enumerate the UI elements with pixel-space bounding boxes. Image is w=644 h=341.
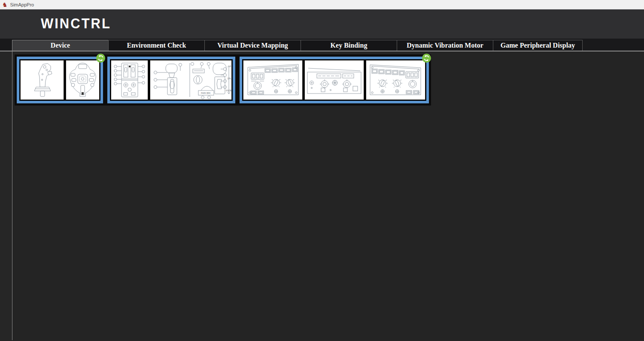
joystick-side-illustration xyxy=(21,60,64,100)
comm-panel-rear-illustration xyxy=(305,60,364,100)
device-card-radio-panels[interactable] xyxy=(240,57,429,103)
dim-dpl-label: DPL xyxy=(228,78,231,80)
park-brake-label: PARK BRK xyxy=(201,92,210,94)
thumb-comm-panel-front-alt xyxy=(366,60,425,100)
sync-status-icon[interactable] xyxy=(96,54,105,63)
tab-device[interactable]: Device xyxy=(12,40,109,51)
window-title: SimAppPro xyxy=(10,2,34,7)
tab-virtual-device-mapping[interactable]: Virtual Device Mapping xyxy=(204,40,301,51)
thumb-throttle-top-view xyxy=(111,60,148,100)
throttle-annotated-illustration: PARK BRK A DPL KNOB xyxy=(150,60,231,100)
comm-panel-front-alt-illustration xyxy=(366,60,425,100)
tab-bar: Device Environment Check Virtual Device … xyxy=(0,39,644,51)
joystick-top-illustration xyxy=(66,60,99,100)
tab-dynamic-vibration-motor[interactable]: Dynamic Vibration Motor xyxy=(397,40,493,51)
app-logo-icon: ♞ xyxy=(2,2,8,8)
comm-panel-front-illustration xyxy=(243,60,302,100)
device-page: PARK BRK A DPL KNOB xyxy=(12,51,644,340)
device-card-joystick[interactable] xyxy=(17,57,103,103)
device-card-throttle[interactable]: PARK BRK A DPL KNOB xyxy=(107,57,235,103)
thumb-joystick-top-view xyxy=(66,60,100,100)
tab-environment-check[interactable]: Environment Check xyxy=(108,40,205,51)
thumb-comm-panel-rear xyxy=(304,60,364,100)
thumb-joystick-side-view xyxy=(20,60,64,100)
titlebar: ♞ SimAppPro xyxy=(0,0,644,9)
thumb-throttle-annotated: PARK BRK A DPL KNOB xyxy=(150,60,232,100)
throttle-top-illustration xyxy=(111,60,148,100)
winctrl-logo: WINCTRL xyxy=(41,16,111,32)
thumb-comm-panel-front xyxy=(243,60,303,100)
tab-game-peripheral-display[interactable]: Game Peripheral Display xyxy=(493,40,583,51)
dim-a-label: A xyxy=(230,65,231,67)
tab-key-binding[interactable]: Key Binding xyxy=(301,40,397,51)
device-card-row: PARK BRK A DPL KNOB xyxy=(15,54,431,106)
brand-header: WINCTRL xyxy=(0,9,644,39)
dim-knob-label: KNOB xyxy=(226,90,231,92)
sync-status-icon[interactable] xyxy=(422,54,431,63)
